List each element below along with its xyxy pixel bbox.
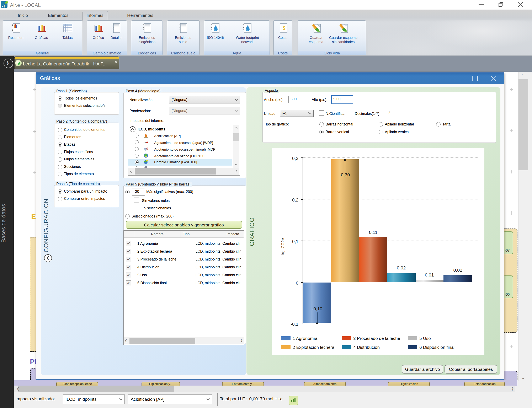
svg-text:S: S [283,25,285,31]
